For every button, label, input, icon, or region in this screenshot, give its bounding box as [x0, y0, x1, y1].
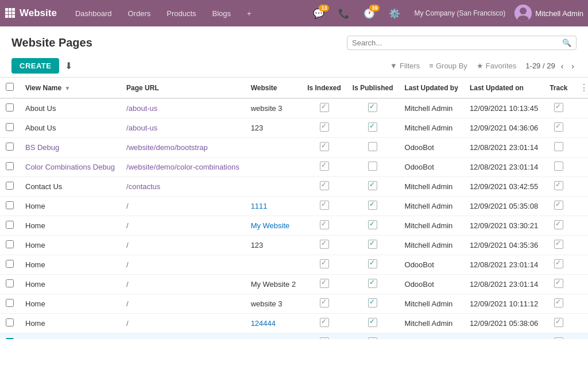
nav-orders[interactable]: Orders: [121, 6, 157, 21]
svg-rect-6: [5, 15, 8, 18]
row-view-name[interactable]: Home: [20, 294, 121, 314]
row-page-url[interactable]: /about-us: [121, 118, 245, 138]
more-columns-btn[interactable]: ⋮: [579, 82, 588, 93]
clock-badge: 39: [369, 5, 380, 11]
row-view-name[interactable]: Home: [20, 197, 121, 216]
row-checkbox-cell[interactable]: [0, 275, 20, 294]
col-more[interactable]: ⋮: [574, 78, 588, 98]
row-checkbox[interactable]: [6, 162, 14, 170]
nav-dashboard[interactable]: Dashboard: [68, 6, 119, 21]
select-all-header[interactable]: [0, 78, 20, 98]
pagination-prev[interactable]: ‹: [559, 60, 566, 72]
row-website[interactable]: 124444: [245, 314, 302, 333]
col-track[interactable]: Track: [544, 78, 573, 98]
col-updated-by[interactable]: Last Updated by: [399, 78, 464, 98]
row-website[interactable]: 1111: [245, 197, 302, 216]
row-page-url[interactable]: /: [121, 216, 245, 236]
row-page-url[interactable]: /: [121, 255, 245, 275]
row-checkbox[interactable]: [6, 182, 14, 190]
row-checkbox[interactable]: [6, 299, 14, 307]
messages-icon-btn[interactable]: 💬13: [308, 6, 329, 21]
row-page-url[interactable]: /: [121, 314, 245, 333]
row-checkbox-cell[interactable]: [0, 314, 20, 333]
group-by-button[interactable]: ≡ Group By: [429, 62, 467, 70]
row-checkbox[interactable]: [6, 260, 14, 268]
row-checkbox[interactable]: [6, 201, 14, 209]
row-updated-on: 12/08/2021 23:01:14: [464, 255, 544, 275]
row-checkbox-cell[interactable]: [0, 294, 20, 314]
nav-blogs[interactable]: Blogs: [206, 6, 238, 21]
pagination-next[interactable]: ›: [569, 60, 577, 72]
row-view-name[interactable]: Color Combinations Debug: [20, 157, 121, 177]
row-checkbox[interactable]: [6, 103, 14, 112]
row-checkbox[interactable]: [6, 318, 14, 326]
row-view-name[interactable]: Contact Us: [20, 177, 121, 197]
row-checkbox-cell[interactable]: [0, 157, 20, 177]
row-view-name[interactable]: BS Debug: [20, 138, 121, 157]
row-page-url[interactable]: /about-us: [121, 98, 245, 118]
grid-icon[interactable]: [5, 7, 15, 20]
row-page-url[interactable]: /website/demo/bootstrap: [121, 138, 245, 157]
row-page-url[interactable]: /: [121, 236, 245, 255]
row-updated-by: Mitchell Admin: [399, 197, 464, 216]
row-page-url[interactable]: /multi_url: [121, 333, 245, 340]
row-view-name[interactable]: Home: [20, 275, 121, 294]
toolbar-right: ▼ Filters ≡ Group By ★ Favorites 1-29 / …: [390, 60, 577, 72]
row-view-name[interactable]: Home: [20, 314, 121, 333]
row-extra: [574, 157, 588, 177]
row-checkbox[interactable]: [6, 221, 14, 229]
filters-button[interactable]: ▼ Filters: [390, 62, 420, 70]
row-checkbox-cell[interactable]: [0, 138, 20, 157]
row-page-url[interactable]: /: [121, 294, 245, 314]
row-checkbox-cell[interactable]: [0, 197, 20, 216]
row-checkbox[interactable]: [6, 123, 14, 131]
user-menu[interactable]: Mitchell Admin: [514, 5, 583, 22]
row-track: [544, 98, 573, 118]
row-page-url[interactable]: /website/demo/color-combinations: [121, 157, 245, 177]
col-page-url[interactable]: Page URL: [121, 78, 245, 98]
row-checkbox-cell[interactable]: [0, 216, 20, 236]
row-track: [544, 236, 573, 255]
settings-icon-btn[interactable]: ⚙️: [384, 6, 405, 21]
row-checkbox-cell[interactable]: [0, 177, 20, 197]
row-view-name[interactable]: Home: [20, 255, 121, 275]
clock-icon-btn[interactable]: 🕐39: [359, 6, 380, 21]
row-checkbox-cell[interactable]: [0, 236, 20, 255]
create-button[interactable]: CREATE: [11, 58, 59, 74]
row-page-url[interactable]: /contactus: [121, 177, 245, 197]
row-checkbox-cell[interactable]: [0, 333, 20, 340]
row-view-name[interactable]: About Us: [20, 98, 121, 118]
row-track: [544, 294, 573, 314]
row-checkbox[interactable]: [6, 279, 14, 287]
row-checkbox[interactable]: [6, 240, 14, 248]
col-is-published[interactable]: Is Published: [347, 78, 399, 98]
favorites-label: Favorites: [486, 62, 516, 70]
row-view-name[interactable]: Home: [20, 216, 121, 236]
col-is-indexed[interactable]: Is Indexed: [301, 78, 347, 98]
row-page-url[interactable]: /: [121, 197, 245, 216]
col-website[interactable]: Website: [245, 78, 302, 98]
row-view-name[interactable]: About Us: [20, 118, 121, 138]
row-checkbox-cell[interactable]: [0, 118, 20, 138]
search-icon[interactable]: 🔍: [562, 39, 571, 47]
select-all-checkbox[interactable]: [6, 83, 14, 91]
favorites-button[interactable]: ★ Favorites: [477, 62, 516, 70]
row-checkbox[interactable]: [6, 338, 14, 339]
phone-icon-btn[interactable]: 📞: [334, 6, 354, 21]
download-button[interactable]: ⬇: [65, 60, 72, 71]
row-checkbox-cell[interactable]: [0, 255, 20, 275]
row-checkbox[interactable]: [6, 143, 14, 151]
col-updated-on[interactable]: Last Updated on: [464, 78, 544, 98]
pagination: 1-29 / 29 ‹ ›: [525, 60, 577, 72]
search-input[interactable]: [352, 39, 562, 47]
row-website[interactable]: My Website: [245, 216, 302, 236]
nav-products[interactable]: Products: [160, 6, 203, 21]
app-brand[interactable]: Website: [20, 7, 57, 19]
row-checkbox-cell[interactable]: [0, 98, 20, 118]
nav-add[interactable]: +: [240, 6, 258, 21]
row-view-name[interactable]: Home: [20, 236, 121, 255]
pages-table: View Name ▼ Page URL Website Is Indexed …: [0, 78, 588, 339]
row-view-name[interactable]: Multi URL test: [20, 333, 121, 340]
col-view-name[interactable]: View Name ▼: [20, 78, 121, 98]
row-page-url[interactable]: /: [121, 275, 245, 294]
